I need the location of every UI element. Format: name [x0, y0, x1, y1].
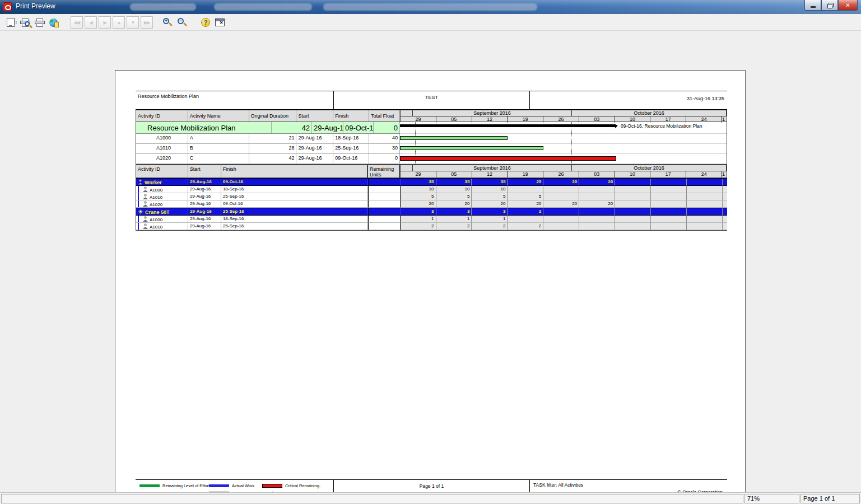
- resource-name-label: Worker: [145, 180, 162, 185]
- resource-week-value: [615, 179, 651, 186]
- resource-name-label: A1020: [150, 202, 162, 207]
- toolbar: ◀◀ ◀ ▶ ▲ ▼ ▶▶ + − ?: [0, 14, 861, 31]
- resource-week-value: 1: [436, 216, 472, 223]
- person-icon: [143, 201, 148, 207]
- legend-item: Actual Work: [209, 483, 254, 488]
- resource-finish: 18-Sep-16: [221, 216, 368, 223]
- resource-week-value: [687, 186, 723, 193]
- resource-week-value: 1: [401, 216, 436, 223]
- resource-column-header-finish: Finish: [221, 165, 367, 178]
- timeline-month-label: [401, 110, 413, 116]
- task-filter-label: TASK filter: All Activities: [533, 482, 583, 488]
- resource-week-value: [615, 200, 651, 208]
- resource-week-value: 20: [579, 179, 615, 186]
- resource-week-value: [651, 208, 687, 216]
- resource-week-value: 5: [508, 193, 543, 200]
- person-icon: [143, 194, 148, 199]
- timeline-month-row: September 2016October 2016: [401, 165, 727, 171]
- timeline-week-label-clipped: 1: [722, 171, 727, 178]
- resource-remaining-units: [368, 200, 401, 208]
- gantt-chart: 09-Oct-16, Resource Mobilization Plan: [400, 122, 727, 164]
- page-down-icon: ▼: [131, 20, 135, 25]
- page-setup-button[interactable]: [4, 16, 17, 29]
- column-header-tf: Total Float: [369, 110, 400, 122]
- resource-week-value: 2: [401, 223, 436, 230]
- help-icon: ?: [201, 18, 210, 27]
- resource-activity-id: A1000: [136, 186, 188, 193]
- resource-week-sliver: [723, 179, 727, 186]
- activity-row: A1000A2129-Aug-1618-Sep-1640: [136, 134, 400, 144]
- gantt-timeline-header: September 2016October 201629051219260310…: [400, 110, 727, 122]
- resource-week-value: 10: [472, 186, 508, 193]
- resource-week-value: 20: [401, 200, 436, 208]
- resource-week-value: [543, 193, 579, 200]
- resource-week-value: 3: [436, 208, 472, 216]
- hierarchy-line: [138, 200, 139, 207]
- resource-start: 29-Aug-16: [188, 216, 221, 223]
- legend-swatch: [209, 484, 229, 487]
- resource-week-sliver: [723, 200, 727, 208]
- resource-week-value: 2: [436, 223, 472, 230]
- timeline-month-label: September 2016: [413, 110, 572, 116]
- print-setup-button[interactable]: [19, 16, 31, 29]
- column-header-fn: Finish: [333, 110, 369, 122]
- resource-week-value: 5: [401, 193, 436, 200]
- resource-week-sliver: [723, 223, 727, 230]
- hierarchy-line: [138, 216, 139, 222]
- timeline-week-label: 17: [650, 171, 686, 178]
- resource-finish: 09-Oct-16: [221, 179, 368, 186]
- help-button[interactable]: ?: [199, 16, 212, 29]
- legend-label: Actual Work: [232, 483, 254, 488]
- resource-week-value: 2: [508, 208, 543, 216]
- publish-button[interactable]: [47, 16, 59, 29]
- print-preview-canvas[interactable]: Resource Mobilization Plan TEST 31-Aug-1…: [0, 31, 861, 492]
- timeline-month-label: October 2016: [572, 165, 727, 171]
- resource-week-value: [651, 179, 687, 186]
- resource-week-value: [651, 223, 687, 230]
- column-header-id: Activity ID: [136, 110, 188, 122]
- resource-activity-row: A100029-Aug-1618-Sep-16101010: [136, 186, 727, 193]
- person-icon: [143, 186, 148, 192]
- person-icon: [143, 223, 148, 229]
- resource-week-value: [651, 193, 687, 200]
- summary-bar-end-triangle: [613, 125, 618, 128]
- column-header-name: Activity Name: [188, 110, 249, 122]
- activity-start: 29-Aug-16: [296, 144, 333, 153]
- resource-week-value: [543, 216, 579, 223]
- timeline-week-label: 26: [543, 171, 579, 178]
- restore-button[interactable]: [821, 0, 838, 11]
- resource-activity-id: A1010: [136, 193, 188, 200]
- activity-name: B: [188, 144, 249, 153]
- resource-week-value: [687, 223, 723, 230]
- resource-start: 29-Aug-16: [188, 200, 221, 208]
- timeline-week-row: 2905121926031017241: [401, 171, 727, 178]
- close-preview-icon: [215, 18, 225, 26]
- next-page-icon: ▶: [103, 20, 106, 25]
- hierarchy-line: [138, 193, 139, 200]
- zoom-in-button[interactable]: +: [161, 16, 174, 29]
- activity-table-header: Activity IDActivity NameOriginal Duratio…: [136, 110, 400, 122]
- resource-week-value: [579, 186, 615, 193]
- print-icon: [35, 18, 45, 27]
- resource-week-value: [687, 208, 723, 216]
- activity-finish: 09-Oct-16: [333, 154, 369, 164]
- summary-bar-label: 09-Oct-16, Resource Mobilization Plan: [621, 123, 702, 129]
- zoom-out-button[interactable]: −: [176, 16, 188, 29]
- close-preview-button[interactable]: [213, 16, 226, 29]
- activity-total-float: 0: [369, 154, 400, 164]
- resource-week-value: 10: [436, 186, 472, 193]
- resource-activity-row: A101029-Aug-1625-Sep-165555: [136, 193, 727, 200]
- print-button[interactable]: [34, 16, 46, 29]
- resource-timeline-header: September 2016October 201629051219260310…: [400, 165, 727, 178]
- resource-week-value: 20: [436, 200, 472, 208]
- column-header-st: Start: [296, 110, 333, 122]
- print-setup-icon: [20, 18, 30, 27]
- resource-week-value: 20: [543, 179, 579, 186]
- close-button[interactable]: ✕: [838, 0, 858, 11]
- report-header-center: TEST: [333, 91, 530, 110]
- hierarchy-line: [138, 223, 139, 230]
- publish-page-icon: [54, 22, 59, 27]
- minimize-button[interactable]: [804, 0, 821, 11]
- activity-name: A: [188, 134, 249, 143]
- resource-week-value: [543, 208, 579, 216]
